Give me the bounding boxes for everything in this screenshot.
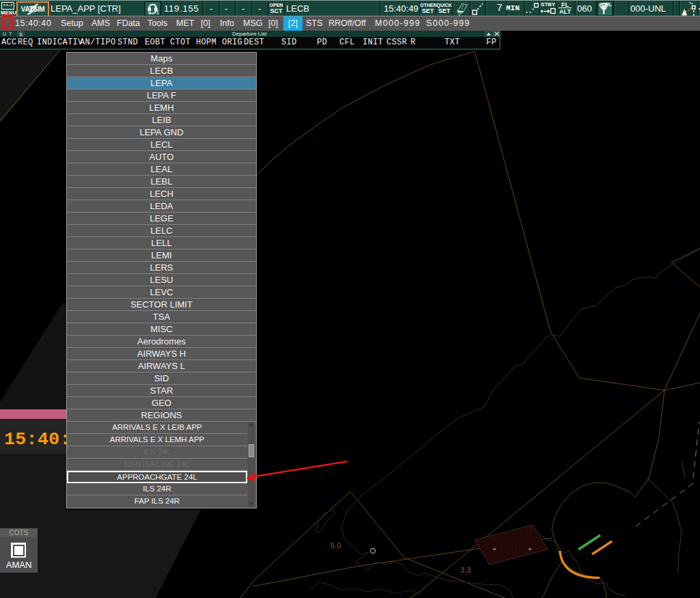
svg-text:3.3: 3.3 [460, 566, 471, 574]
svg-text:+: + [492, 546, 496, 554]
svg-text:+: + [528, 546, 532, 554]
svg-text:5.0: 5.0 [331, 541, 341, 549]
